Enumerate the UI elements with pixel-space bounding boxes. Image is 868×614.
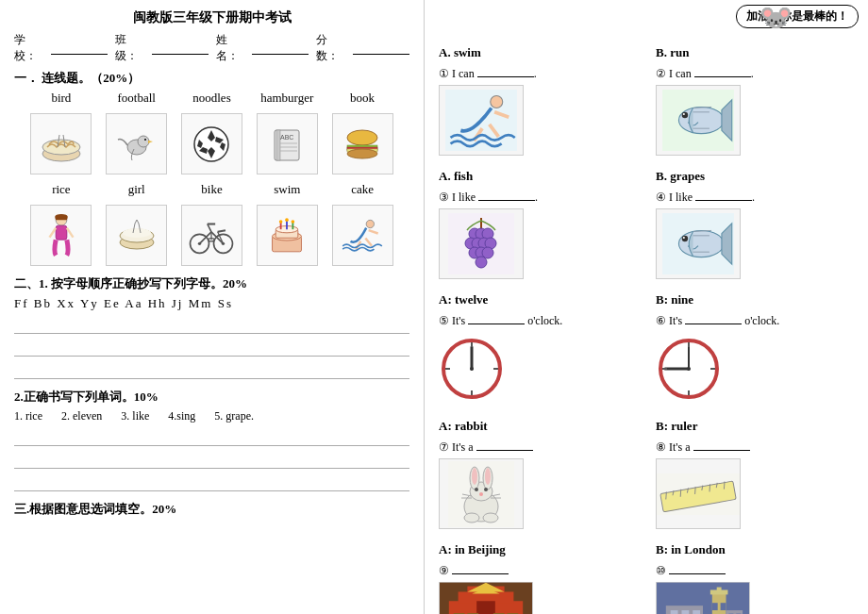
writing-line: [14, 450, 409, 469]
ex-row-swim-run: A. swim ① I can .: [439, 45, 854, 156]
word-hamburger: hamburger: [259, 91, 315, 106]
writing-lines-1: [14, 315, 409, 379]
name-label: 姓名：: [216, 32, 245, 64]
writing-line: [14, 473, 409, 491]
word-rice: rice: [33, 182, 90, 197]
svg-point-71: [682, 112, 689, 119]
word-row-1: bird football noodles hamburger book: [14, 91, 409, 106]
name-field: [252, 41, 309, 55]
label-a-fish: A. fish: [439, 169, 637, 184]
svg-line-61: [365, 238, 372, 245]
svg-point-56: [279, 220, 283, 224]
svg-point-122: [479, 492, 483, 496]
image-row-2: [14, 205, 409, 266]
clock-twelve: [439, 336, 505, 402]
svg-point-32: [123, 228, 151, 238]
svg-text:ABC: ABC: [280, 134, 293, 141]
section2b-title: 2.正确书写下列单词。10%: [14, 389, 409, 406]
svg-rect-158: [721, 603, 726, 610]
school-field: [51, 41, 108, 55]
img-grapes: [439, 208, 524, 279]
word-girl: girl: [108, 182, 165, 197]
ex-col-fish: A. fish ③ I like .: [439, 169, 637, 279]
exercise-section: A. swim ① I can .: [439, 45, 854, 614]
ex-col-rabbit: A: rabbit ⑦ It's a: [439, 419, 637, 529]
writing-line: [14, 338, 409, 357]
label-b-grapes: B. grapes: [656, 169, 854, 184]
ex-col-grapes: B. grapes ④ I like .: [656, 169, 854, 279]
svg-line-28: [49, 227, 56, 237]
img-hamburger: [332, 113, 393, 174]
img-rabbit: [439, 458, 524, 529]
writing-lines-2: [14, 427, 409, 491]
q8-blank: [693, 438, 750, 451]
q9-blank: [452, 561, 509, 574]
img-bird: [106, 113, 167, 174]
word-bike: bike: [183, 182, 240, 197]
label-b-nine: B: nine: [656, 292, 854, 307]
section1-title: 一． 连线题。（20%）: [14, 70, 409, 87]
q1-blank: [477, 64, 534, 77]
svg-point-59: [366, 220, 374, 227]
ex-col-ruler: B: ruler ⑧ It's a: [656, 419, 854, 529]
svg-rect-161: [671, 610, 678, 614]
word-swim: swim: [259, 182, 315, 197]
clock-nine: [656, 336, 722, 402]
img-rice: [106, 205, 167, 266]
ex-col-run: B. run ② I can .: [656, 45, 854, 156]
svg-line-60: [369, 230, 378, 233]
q10-blank: [669, 561, 726, 574]
svg-point-72: [683, 113, 685, 115]
svg-line-36: [137, 220, 139, 224]
svg-point-21: [347, 130, 377, 145]
svg-point-121: [484, 488, 488, 491]
word-cake: cake: [334, 182, 391, 197]
q5-blank: [468, 311, 525, 324]
writing-line: [14, 315, 409, 334]
section3-title: 三.根据图意思选词填空。20%: [14, 501, 409, 518]
left-panel: 闽教版三年级下册期中考试 学校： 班级： 姓名： 分数： 一． 连线题。（20%…: [0, 0, 425, 614]
svg-point-128: [483, 513, 498, 523]
q7-text: ⑦ It's a: [439, 438, 637, 455]
q6-text: ⑥ It's o'clock.: [656, 311, 854, 328]
svg-point-25: [347, 149, 377, 158]
img-book: ABC: [257, 113, 318, 174]
vocab-5: 5. grape.: [214, 409, 254, 423]
ex-col-london: B: in London ⑩: [656, 542, 854, 614]
word-bird: bird: [33, 91, 90, 106]
svg-rect-27: [56, 225, 67, 240]
q5-text: ⑤ It's o'clock.: [439, 311, 637, 328]
svg-point-5: [138, 136, 149, 147]
img-ruler: [656, 458, 741, 529]
svg-rect-157: [712, 603, 718, 610]
writing-line: [14, 360, 409, 379]
svg-line-35: [135, 220, 137, 224]
q4-blank: [695, 188, 752, 201]
q2-text: ② I can .: [656, 64, 854, 81]
label-a-swim: A. swim: [439, 45, 637, 60]
q7-blank: [476, 438, 533, 451]
ex-col-beijing: A: in Beijing ⑨: [439, 542, 637, 614]
word-row-2: rice girl bike swim cake: [14, 182, 409, 197]
score-field: [353, 41, 409, 55]
ex-col-twelve: A: twelve ⑤ It's o'clock.: [439, 292, 637, 406]
img-fish-2: [656, 208, 741, 279]
svg-point-57: [285, 218, 289, 222]
svg-line-43: [208, 224, 211, 231]
img-football: [181, 113, 242, 174]
word-noodles: noodles: [183, 91, 240, 106]
img-girl: [30, 205, 92, 266]
q1-text: ① I can .: [439, 64, 637, 81]
svg-line-46: [218, 230, 225, 232]
svg-point-90: [678, 230, 724, 257]
ex-row-clocks: A: twelve ⑤ It's o'clock.: [439, 292, 854, 406]
vocab-4: 4.sing: [168, 409, 195, 423]
img-bike: [181, 205, 242, 266]
svg-point-92: [682, 236, 689, 242]
img-fish-top: [656, 85, 741, 156]
image-row-1: ABC: [14, 113, 409, 174]
school-label: 学校：: [14, 32, 43, 64]
alphabet-row: Ff Bb Xx Yy Ee Aa Hh Jj Mm Ss: [14, 296, 409, 311]
ex-row-rabbit-ruler: A: rabbit ⑦ It's a: [439, 419, 854, 529]
ex-col-swim: A. swim ① I can .: [439, 45, 637, 156]
